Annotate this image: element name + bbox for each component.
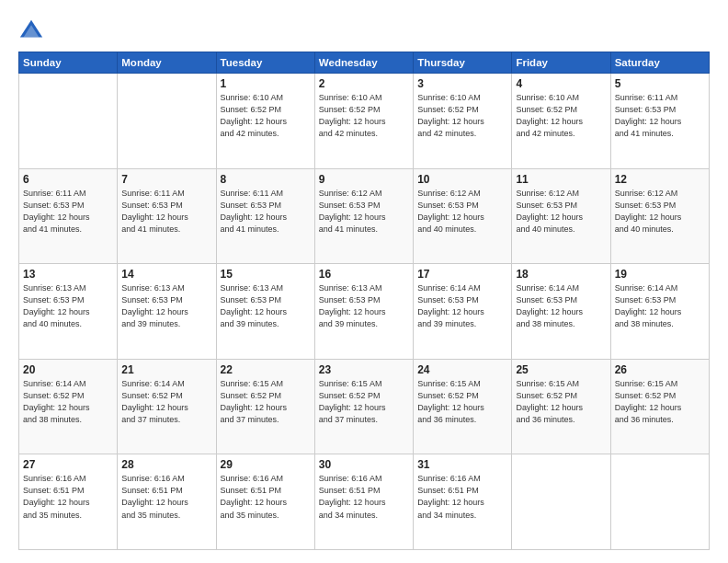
calendar-cell: [118, 74, 216, 169]
day-info: Sunrise: 6:13 AM Sunset: 6:53 PM Dayligh…: [23, 282, 113, 330]
calendar-cell: 10Sunrise: 6:12 AM Sunset: 6:53 PM Dayli…: [414, 168, 512, 264]
calendar-cell: 22Sunrise: 6:15 AM Sunset: 6:52 PM Dayli…: [216, 359, 314, 454]
calendar-cell: 27Sunrise: 6:16 AM Sunset: 6:51 PM Dayli…: [19, 454, 118, 550]
day-number: 4: [516, 77, 606, 90]
calendar-cell: [512, 454, 610, 550]
calendar-cell: 15Sunrise: 6:13 AM Sunset: 6:53 PM Dayli…: [216, 264, 314, 360]
calendar-table: SundayMondayTuesdayWednesdayThursdayFrid…: [18, 52, 710, 550]
day-info: Sunrise: 6:16 AM Sunset: 6:51 PM Dayligh…: [417, 473, 507, 521]
logo-icon: [18, 17, 44, 42]
calendar-cell: 14Sunrise: 6:13 AM Sunset: 6:53 PM Dayli…: [118, 264, 216, 360]
calendar-cell: 19Sunrise: 6:14 AM Sunset: 6:53 PM Dayli…: [610, 264, 709, 360]
day-number: 29: [221, 458, 311, 471]
page: SundayMondayTuesdayWednesdayThursdayFrid…: [0, 0, 728, 563]
day-info: Sunrise: 6:15 AM Sunset: 6:52 PM Dayligh…: [417, 378, 507, 426]
day-number: 10: [417, 173, 507, 186]
calendar-week-row: 1Sunrise: 6:10 AM Sunset: 6:52 PM Daylig…: [19, 74, 710, 169]
day-number: 18: [516, 268, 606, 281]
calendar-cell: 16Sunrise: 6:13 AM Sunset: 6:53 PM Dayli…: [314, 264, 413, 360]
day-info: Sunrise: 6:13 AM Sunset: 6:53 PM Dayligh…: [121, 282, 211, 330]
day-info: Sunrise: 6:11 AM Sunset: 6:53 PM Dayligh…: [615, 92, 705, 140]
calendar-cell: 29Sunrise: 6:16 AM Sunset: 6:51 PM Dayli…: [216, 454, 314, 550]
weekday-header-tuesday: Tuesday: [216, 52, 314, 74]
weekday-header-saturday: Saturday: [610, 52, 709, 74]
day-info: Sunrise: 6:14 AM Sunset: 6:53 PM Dayligh…: [417, 282, 507, 330]
calendar-cell: 30Sunrise: 6:16 AM Sunset: 6:51 PM Dayli…: [314, 454, 413, 550]
day-number: 6: [23, 173, 113, 186]
header: [18, 17, 710, 42]
day-number: 12: [615, 173, 705, 186]
day-number: 28: [121, 458, 211, 471]
day-info: Sunrise: 6:11 AM Sunset: 6:53 PM Dayligh…: [121, 188, 211, 236]
day-number: 14: [121, 268, 211, 281]
calendar-week-row: 6Sunrise: 6:11 AM Sunset: 6:53 PM Daylig…: [19, 168, 710, 264]
weekday-header-thursday: Thursday: [414, 52, 512, 74]
day-number: 24: [417, 363, 507, 376]
calendar-week-row: 27Sunrise: 6:16 AM Sunset: 6:51 PM Dayli…: [19, 454, 710, 550]
calendar-cell: [610, 454, 709, 550]
day-info: Sunrise: 6:11 AM Sunset: 6:53 PM Dayligh…: [221, 188, 311, 236]
day-number: 9: [319, 173, 409, 186]
weekday-header-friday: Friday: [512, 52, 610, 74]
calendar-cell: 11Sunrise: 6:12 AM Sunset: 6:53 PM Dayli…: [512, 168, 610, 264]
day-info: Sunrise: 6:15 AM Sunset: 6:52 PM Dayligh…: [221, 378, 311, 426]
day-info: Sunrise: 6:10 AM Sunset: 6:52 PM Dayligh…: [516, 92, 606, 140]
calendar-cell: 17Sunrise: 6:14 AM Sunset: 6:53 PM Dayli…: [414, 264, 512, 360]
day-number: 2: [319, 77, 409, 90]
day-info: Sunrise: 6:13 AM Sunset: 6:53 PM Dayligh…: [221, 282, 311, 330]
weekday-header-sunday: Sunday: [19, 52, 118, 74]
day-info: Sunrise: 6:12 AM Sunset: 6:53 PM Dayligh…: [319, 188, 409, 236]
calendar-cell: 2Sunrise: 6:10 AM Sunset: 6:52 PM Daylig…: [314, 74, 413, 169]
day-number: 1: [221, 77, 311, 90]
calendar-cell: 18Sunrise: 6:14 AM Sunset: 6:53 PM Dayli…: [512, 264, 610, 360]
weekday-header-row: SundayMondayTuesdayWednesdayThursdayFrid…: [19, 52, 710, 74]
calendar-cell: 21Sunrise: 6:14 AM Sunset: 6:52 PM Dayli…: [118, 359, 216, 454]
day-info: Sunrise: 6:10 AM Sunset: 6:52 PM Dayligh…: [417, 92, 507, 140]
day-info: Sunrise: 6:14 AM Sunset: 6:52 PM Dayligh…: [121, 378, 211, 426]
day-number: 27: [23, 458, 113, 471]
day-info: Sunrise: 6:16 AM Sunset: 6:51 PM Dayligh…: [23, 473, 113, 521]
calendar-cell: [19, 74, 118, 169]
weekday-header-monday: Monday: [118, 52, 216, 74]
day-info: Sunrise: 6:12 AM Sunset: 6:53 PM Dayligh…: [417, 188, 507, 236]
day-info: Sunrise: 6:12 AM Sunset: 6:53 PM Dayligh…: [615, 188, 705, 236]
calendar-cell: 24Sunrise: 6:15 AM Sunset: 6:52 PM Dayli…: [414, 359, 512, 454]
calendar-cell: 8Sunrise: 6:11 AM Sunset: 6:53 PM Daylig…: [216, 168, 314, 264]
calendar-week-row: 20Sunrise: 6:14 AM Sunset: 6:52 PM Dayli…: [19, 359, 710, 454]
day-number: 23: [319, 363, 409, 376]
day-number: 8: [221, 173, 311, 186]
day-info: Sunrise: 6:15 AM Sunset: 6:52 PM Dayligh…: [516, 378, 606, 426]
calendar-cell: 4Sunrise: 6:10 AM Sunset: 6:52 PM Daylig…: [512, 74, 610, 169]
day-number: 30: [319, 458, 409, 471]
day-number: 3: [417, 77, 507, 90]
calendar-cell: 3Sunrise: 6:10 AM Sunset: 6:52 PM Daylig…: [414, 74, 512, 169]
calendar-cell: 13Sunrise: 6:13 AM Sunset: 6:53 PM Dayli…: [19, 264, 118, 360]
day-info: Sunrise: 6:16 AM Sunset: 6:51 PM Dayligh…: [221, 473, 311, 521]
day-number: 20: [23, 363, 113, 376]
day-info: Sunrise: 6:14 AM Sunset: 6:53 PM Dayligh…: [615, 282, 705, 330]
day-info: Sunrise: 6:10 AM Sunset: 6:52 PM Dayligh…: [319, 92, 409, 140]
calendar-cell: 1Sunrise: 6:10 AM Sunset: 6:52 PM Daylig…: [216, 74, 314, 169]
day-info: Sunrise: 6:16 AM Sunset: 6:51 PM Dayligh…: [121, 473, 211, 521]
day-number: 19: [615, 268, 705, 281]
day-number: 7: [121, 173, 211, 186]
day-number: 21: [121, 363, 211, 376]
day-number: 31: [417, 458, 507, 471]
calendar-cell: 28Sunrise: 6:16 AM Sunset: 6:51 PM Dayli…: [118, 454, 216, 550]
day-number: 5: [615, 77, 705, 90]
calendar-cell: 25Sunrise: 6:15 AM Sunset: 6:52 PM Dayli…: [512, 359, 610, 454]
day-number: 17: [417, 268, 507, 281]
day-info: Sunrise: 6:10 AM Sunset: 6:52 PM Dayligh…: [221, 92, 311, 140]
calendar-cell: 31Sunrise: 6:16 AM Sunset: 6:51 PM Dayli…: [414, 454, 512, 550]
day-info: Sunrise: 6:11 AM Sunset: 6:53 PM Dayligh…: [23, 188, 113, 236]
day-info: Sunrise: 6:15 AM Sunset: 6:52 PM Dayligh…: [319, 378, 409, 426]
day-number: 15: [221, 268, 311, 281]
calendar-cell: 7Sunrise: 6:11 AM Sunset: 6:53 PM Daylig…: [118, 168, 216, 264]
day-info: Sunrise: 6:14 AM Sunset: 6:53 PM Dayligh…: [516, 282, 606, 330]
day-info: Sunrise: 6:15 AM Sunset: 6:52 PM Dayligh…: [615, 378, 705, 426]
day-number: 25: [516, 363, 606, 376]
day-number: 13: [23, 268, 113, 281]
calendar-cell: 12Sunrise: 6:12 AM Sunset: 6:53 PM Dayli…: [610, 168, 709, 264]
day-info: Sunrise: 6:14 AM Sunset: 6:52 PM Dayligh…: [23, 378, 113, 426]
day-number: 11: [516, 173, 606, 186]
